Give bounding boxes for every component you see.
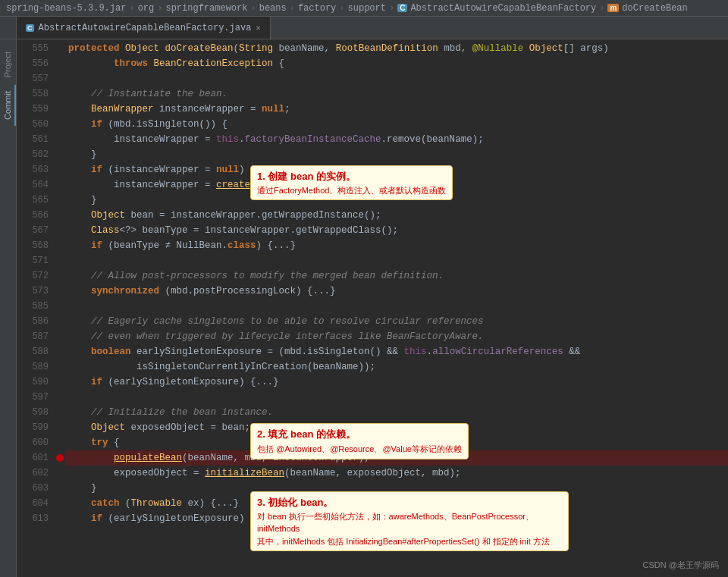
line-number-556: 556 [17,56,49,71]
breadcrumb-factory: factory [298,3,336,14]
line-number-563: 563 [17,162,49,177]
code-line-597 [65,390,728,405]
code-line-560: if (mbd.isSingleton()) { [65,117,728,132]
tooltip1-sub: 通过FactoryMethod、构造注入、或者默认构造函数 [257,184,446,197]
line-number-573: 573 [17,284,49,299]
line-number-567: 567 [17,223,49,238]
line-marker-568[interactable] [55,238,65,253]
line-numbers: 5555565575585595605615625635645655665675… [17,39,55,577]
breakpoint-601[interactable] [56,454,64,462]
tooltip-create-bean: 1. 创建 bean 的实例。 通过FactoryMethod、构造注入、或者默… [250,165,453,200]
line-number-555: 555 [17,41,49,56]
line-marker-556[interactable] [55,56,65,71]
line-marker-587[interactable] [55,329,65,344]
breadcrumb-class: AbstractAutowireCapableBeanFactory [410,3,596,14]
line-marker-588[interactable] [55,344,65,359]
line-marker-604[interactable] [55,496,65,511]
line-number-613: 613 [17,511,49,526]
line-marker-600[interactable] [55,435,65,450]
line-number-572: 572 [17,268,49,284]
line-number-604: 604 [17,496,49,511]
line-number-598: 598 [17,405,49,420]
line-marker-589[interactable] [55,359,65,375]
line-number-557: 557 [17,71,49,86]
line-marker-585[interactable] [55,299,65,314]
line-marker-599[interactable] [55,420,65,435]
code-line-567: Class<?> beanType = instanceWrapper.getW… [65,223,728,238]
line-number-599: 599 [17,420,49,435]
code-line-589: isSingletonCurrentlyInCreation(beanName)… [65,359,728,375]
breadcrumb-org: org [138,3,155,14]
method-icon: m [607,4,619,12]
line-marker-555[interactable] [55,41,65,56]
line-marker-560[interactable] [55,117,65,132]
breadcrumb-method: doCreateBean [622,3,687,14]
line-marker-603[interactable] [55,481,65,496]
line-number-585: 585 [17,299,49,314]
tab-class-icon: C [26,24,34,32]
tab-bar: C AbstractAutowireCapableBeanFactory.jav… [0,17,728,39]
line-marker-565[interactable] [55,193,65,208]
code-line-558: // Instantiate the bean. [65,86,728,102]
sidebar-tab-project[interactable]: Project [1,45,16,83]
line-marker-564[interactable] [55,177,65,193]
tooltip3-title: 3. 初始化 bean。 [257,495,562,510]
line-number-561: 561 [17,132,49,147]
line-number-560: 560 [17,117,49,132]
line-marker-559[interactable] [55,102,65,117]
line-marker-566[interactable] [55,208,65,223]
line-marker-561[interactable] [55,132,65,147]
class-icon: C [397,4,407,12]
code-line-602: exposedObject = initializeBean(beanName,… [65,466,728,481]
line-marker-613[interactable] [55,511,65,526]
line-marker-573[interactable] [55,284,65,299]
code-line-573: synchronized (mbd.postProcessingLock) {.… [65,284,728,299]
line-number-586: 586 [17,314,49,329]
breadcrumb-beans: beans [259,3,287,14]
tooltip2-title: 2. 填充 bean 的依赖。 [257,427,462,443]
line-number-587: 587 [17,329,49,344]
line-number-597: 597 [17,390,49,405]
line-marker-562[interactable] [55,147,65,162]
line-number-559: 559 [17,102,49,117]
code-line-587: // even when triggered by lifecycle inte… [65,329,728,344]
code-line-598: // Initialize the bean instance. [65,405,728,420]
tooltip3-sub: 对 bean 执行一些初始化方法，如：awareMethods、BeanPost… [257,510,562,548]
line-marker-601[interactable] [55,450,65,466]
line-number-588: 588 [17,344,49,359]
breadcrumb-jar: spring-beans-5.3.9.jar [6,3,126,14]
tooltip-populate-bean: 2. 填充 bean 的依赖。 包括 @Autowired、@Resource、… [250,423,469,459]
watermark: CSDN @老王学源码 [643,560,719,571]
sidebar-tab-commit[interactable]: Commit [1,85,16,126]
tooltip1-title: 1. 创建 bean 的实例。 [257,169,446,184]
line-number-568: 568 [17,238,49,253]
line-marker-597[interactable] [55,390,65,405]
breadcrumb-bar: spring-beans-5.3.9.jar › org › springfra… [0,0,728,17]
code-line-588: boolean earlySingletonExposure = (mbd.is… [65,344,728,359]
code-line-559: BeanWrapper instanceWrapper = null; [65,102,728,117]
line-number-564: 564 [17,177,49,193]
line-marker-558[interactable] [55,86,65,102]
code-line-571 [65,253,728,268]
line-marker-572[interactable] [55,268,65,284]
code-line-557 [65,71,728,86]
line-number-603: 603 [17,481,49,496]
code-line-586: // Eagerly cache singletons to be able t… [65,314,728,329]
code-line-572: // Allow post-processors to modify the m… [65,268,728,284]
line-marker-571[interactable] [55,253,65,268]
tooltip-init-bean: 3. 初始化 bean。 对 bean 执行一些初始化方法，如：awareMet… [250,491,569,551]
tab-main[interactable]: C AbstractAutowireCapableBeanFactory.jav… [17,17,271,39]
line-marker-602[interactable] [55,466,65,481]
tooltip2-sub: 包括 @Autowired、@Resource、@Value等标记的依赖 [257,443,462,456]
line-marker-557[interactable] [55,71,65,86]
tab-close-icon[interactable]: ✕ [256,23,261,33]
line-number-565: 565 [17,193,49,208]
line-marker-590[interactable] [55,375,65,390]
code-line-561: instanceWrapper = this.factoryBeanInstan… [65,132,728,147]
line-marker-567[interactable] [55,223,65,238]
code-line-555: protected Object doCreateBean(String bea… [65,41,728,56]
line-marker-598[interactable] [55,405,65,420]
code-line-585 [65,299,728,314]
line-marker-586[interactable] [55,314,65,329]
line-marker-563[interactable] [55,162,65,177]
